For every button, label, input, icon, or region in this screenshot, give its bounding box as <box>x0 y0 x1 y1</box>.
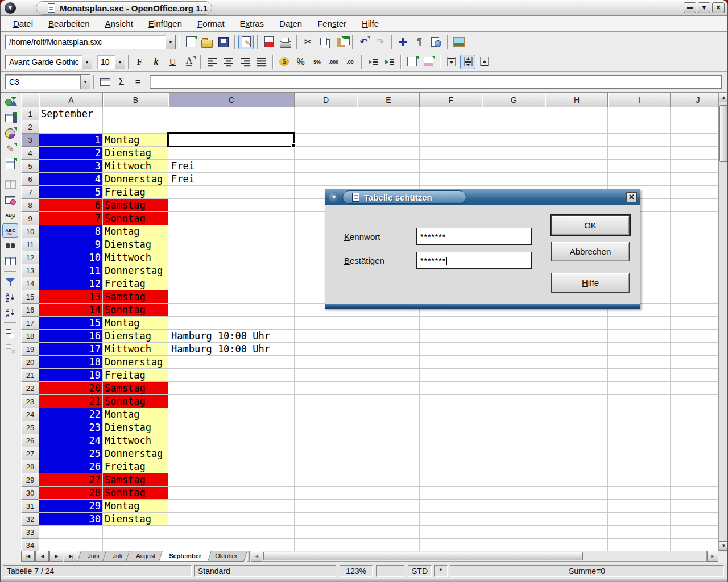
row-header-7[interactable]: 7 <box>21 186 39 199</box>
cell-E23[interactable] <box>357 395 420 408</box>
cell-D28[interactable] <box>295 460 357 473</box>
align-justify-icon[interactable] <box>254 55 269 69</box>
cell-G1[interactable] <box>482 107 545 120</box>
cell-H30[interactable] <box>545 487 608 500</box>
cell-C21[interactable] <box>168 369 295 382</box>
background-color-icon[interactable] <box>421 55 436 69</box>
row-header-18[interactable]: 18 <box>21 330 39 343</box>
cell-A5[interactable]: 3 <box>39 160 103 173</box>
cell-J13[interactable] <box>671 264 718 277</box>
cell-C4[interactable] <box>168 147 295 160</box>
cell-J23[interactable] <box>671 395 718 408</box>
row-header-32[interactable]: 32 <box>21 513 39 526</box>
cell-J33[interactable] <box>671 526 718 539</box>
cell-J3[interactable] <box>671 134 718 147</box>
cell-C29[interactable] <box>168 473 295 487</box>
cell-J16[interactable] <box>671 304 718 317</box>
underline-icon[interactable]: U <box>165 55 180 69</box>
cell-E3[interactable] <box>357 134 420 147</box>
cell-D2[interactable] <box>295 120 357 134</box>
cell-I18[interactable] <box>608 330 671 343</box>
cell-A32[interactable]: 30 <box>39 513 103 526</box>
cell-B30[interactable]: Sonntag <box>103 487 168 500</box>
sheet-tab-september[interactable]: September <box>159 551 212 562</box>
status-sum[interactable]: Summe=0 <box>450 565 724 577</box>
cell-E32[interactable] <box>357 513 420 526</box>
gallery-icon[interactable] <box>451 35 466 49</box>
ok-button[interactable]: OK <box>551 215 630 235</box>
cell-G32[interactable] <box>482 513 545 526</box>
cell-C11[interactable] <box>168 238 295 251</box>
row-header-2[interactable]: 2 <box>21 120 39 134</box>
row-header-27[interactable]: 27 <box>21 447 39 460</box>
cell-F4[interactable] <box>420 147 482 160</box>
cell-J25[interactable] <box>671 421 718 434</box>
cell-B17[interactable]: Montag <box>103 317 168 330</box>
cell-E27[interactable] <box>357 447 420 460</box>
align-bottom-icon[interactable] <box>477 55 492 69</box>
cell-B18[interactable]: Dienstag <box>103 330 168 343</box>
spellcheck-icon[interactable]: ABC <box>2 208 18 222</box>
cell-H34[interactable] <box>545 539 608 551</box>
autospellcheck-icon[interactable]: ABC <box>2 223 18 238</box>
form-controls-icon[interactable] <box>2 157 18 171</box>
cell-B24[interactable]: Montag <box>103 408 168 421</box>
row-header-3[interactable]: 3 <box>21 134 39 147</box>
cell-G22[interactable] <box>482 382 545 395</box>
cell-J17[interactable] <box>671 317 718 330</box>
cell-I33[interactable] <box>608 526 671 539</box>
cell-A20[interactable]: 18 <box>39 356 103 369</box>
cell-C25[interactable] <box>168 421 295 434</box>
cell-J5[interactable] <box>671 160 718 173</box>
menu-datei[interactable]: Datei <box>7 17 39 30</box>
dialog-menu-button[interactable]: ▼ <box>329 192 340 203</box>
combo-dropdown-icon[interactable]: ▼ <box>166 35 175 49</box>
cell-C13[interactable] <box>168 264 295 277</box>
cell-J6[interactable] <box>671 173 718 186</box>
menu-einfgen[interactable]: Einfügen <box>143 17 188 30</box>
cell-D19[interactable] <box>295 343 357 356</box>
cell-A4[interactable]: 2 <box>39 147 103 160</box>
cell-A3[interactable]: 1 <box>39 134 103 147</box>
cell-I19[interactable] <box>608 343 671 356</box>
document-url-combo[interactable]: /home/rolf/Monatsplan.sxc ▼ <box>5 35 176 49</box>
cell-B15[interactable]: Samstag <box>103 290 168 304</box>
cell-E19[interactable] <box>357 343 420 356</box>
cell-B32[interactable]: Dienstag <box>103 513 168 526</box>
maximize-button[interactable]: ▼ <box>698 2 710 13</box>
cell-F30[interactable] <box>420 487 482 500</box>
number-percent-icon[interactable]: % <box>293 55 308 69</box>
align-top-icon[interactable] <box>444 55 459 69</box>
cell-B1[interactable] <box>103 107 168 120</box>
cell-D24[interactable] <box>295 408 357 421</box>
cell-H23[interactable] <box>545 395 608 408</box>
cell-H32[interactable] <box>545 513 608 526</box>
cell-H28[interactable] <box>545 460 608 473</box>
row-header-29[interactable]: 29 <box>21 473 39 487</box>
combo-dropdown-icon[interactable]: ▼ <box>82 55 92 69</box>
cell-I6[interactable] <box>608 173 671 186</box>
cell-J1[interactable] <box>671 107 718 120</box>
cell-B6[interactable]: Donnerstag <box>103 173 168 186</box>
cell-C2[interactable] <box>168 120 295 134</box>
cell-G2[interactable] <box>482 120 545 134</box>
row-header-9[interactable]: 9 <box>21 212 39 225</box>
column-header-G[interactable]: G <box>482 93 545 107</box>
formula-input[interactable] <box>150 75 722 89</box>
column-header-E[interactable]: E <box>357 93 420 107</box>
menu-ansicht[interactable]: Ansicht <box>100 17 139 30</box>
cell-I26[interactable] <box>608 434 671 447</box>
status-selection-mode[interactable]: STD <box>408 565 432 577</box>
cell-I4[interactable] <box>608 147 671 160</box>
window-menu-button[interactable]: ▼ <box>5 2 16 14</box>
cell-I22[interactable] <box>608 382 671 395</box>
menu-fenster[interactable]: Fenster <box>312 17 352 30</box>
cell-B11[interactable]: Dienstag <box>103 238 168 251</box>
titlebar[interactable]: ▼ Monatsplan.sxc - OpenOffice.org 1.1 ▼ … <box>1 0 727 16</box>
hyperlink-icon[interactable] <box>428 35 444 49</box>
row-header-11[interactable]: 11 <box>21 238 39 251</box>
cell-E4[interactable] <box>357 147 420 160</box>
cell-E17[interactable] <box>357 317 420 330</box>
cell-C33[interactable] <box>168 526 295 539</box>
menu-format[interactable]: Format <box>192 17 230 30</box>
